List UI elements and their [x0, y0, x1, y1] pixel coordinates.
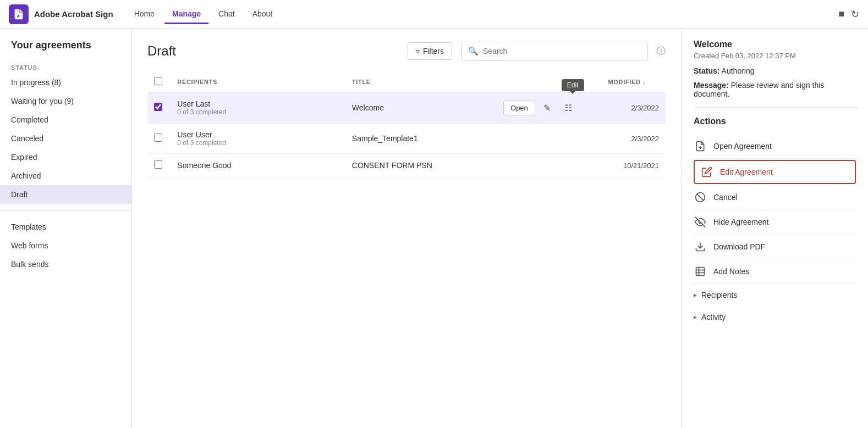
col-header-check [147, 71, 171, 92]
sidebar-item-canceled[interactable]: Canceled [0, 129, 131, 148]
search-input[interactable] [483, 47, 641, 55]
row-title-cell: Sample_Template1 [345, 124, 497, 154]
row-actions: Open Edit ✎ ☷ [503, 99, 595, 116]
sidebar-item-expired[interactable]: Expired [0, 148, 131, 166]
sidebar-item-templates[interactable]: Templates [0, 218, 131, 236]
row-modified-cell: 10/21/2021 [602, 154, 666, 177]
row-title: Welcome [352, 103, 384, 112]
action-label-hide: Hide Agreement [713, 218, 768, 226]
notes-icon [694, 265, 707, 278]
edit-icon-button[interactable]: ✎ [539, 99, 556, 116]
main-content: Draft ▿ Filters 🔍 ⓘ Recipients Title [132, 29, 681, 428]
search-icon: 🔍 [468, 46, 479, 56]
chevron-icon: ▸ [694, 313, 697, 321]
top-nav: Adobe Acrobat Sign Home Manage Chat Abou… [0, 0, 868, 29]
row-actions-cell: Open Edit ✎ ☷ [497, 92, 602, 124]
recipient-sub: 0 of 3 completed [177, 139, 339, 147]
row-title-cell: Welcome [345, 92, 497, 124]
app-brand: Adobe Acrobat Sign [34, 9, 113, 19]
action-label-notes: Add Notes [713, 267, 749, 276]
nav-chat[interactable]: Chat [211, 5, 243, 24]
sidebar: Your agreements STATUS In progress (8) W… [0, 29, 132, 428]
main-header: Draft ▿ Filters 🔍 ⓘ [147, 42, 666, 60]
right-panel: Welcome Created Feb 03, 2022 12:37 PM St… [681, 29, 868, 428]
collapsible-recipients[interactable]: ▸ Recipients [694, 284, 856, 306]
col-header-modified: Modified ↓ [602, 71, 666, 92]
sidebar-item-draft[interactable]: Draft [0, 185, 131, 204]
nav-logo: Adobe Acrobat Sign [9, 4, 113, 24]
row-title: CONSENT FORM PSN [352, 161, 432, 170]
action-item-hide-agreement[interactable]: Hide Agreement [694, 210, 856, 235]
sidebar-item-web-forms[interactable]: Web forms [0, 236, 131, 255]
row-modified-cell: 2/3/2022 [602, 124, 666, 154]
adobe-icon [13, 8, 25, 20]
edit-agreement-icon [700, 165, 713, 179]
row-title: Sample_Template1 [352, 134, 418, 143]
action-item-add-notes[interactable]: Add Notes [694, 259, 856, 284]
recipient-name: User User [177, 130, 339, 139]
action-item-edit-agreement[interactable]: Edit Agreement [694, 160, 856, 184]
cancel-icon [694, 191, 707, 204]
action-item-open-agreement[interactable]: Open Agreement [694, 134, 856, 159]
open-button[interactable]: Open [503, 101, 535, 115]
row-modified: 10/21/2021 [623, 162, 659, 170]
row-recipients-cell: User Last 0 of 3 completed [171, 92, 345, 124]
hide-icon [694, 215, 707, 229]
panel-divider [694, 107, 856, 108]
agreements-table: Recipients Title Modified ↓ User Last 0 … [147, 71, 666, 177]
row-recipients-cell: Someone Good [171, 154, 345, 177]
sidebar-item-waiting[interactable]: Waiting for you (9) [0, 92, 131, 110]
panel-actions-title: Actions [694, 116, 856, 126]
row-checkbox[interactable] [154, 160, 162, 169]
action-item-download-pdf[interactable]: Download PDF [694, 235, 856, 259]
select-all-checkbox[interactable] [154, 77, 162, 85]
panel-date: Created Feb 03, 2022 12:37 PM [694, 52, 856, 60]
help-icon[interactable]: ■ [838, 8, 844, 20]
panel-message-row: Message: Please review and sign this doc… [694, 81, 856, 98]
refresh-icon[interactable]: ↻ [851, 8, 859, 20]
panel-title: Welcome [694, 40, 856, 49]
svg-line-3 [697, 194, 704, 201]
row-actions-cell [497, 154, 602, 177]
row-checkbox[interactable] [154, 103, 162, 111]
notes-icon-button[interactable]: ☷ [559, 99, 577, 116]
collapsible-recipients-label: Recipients [701, 291, 737, 299]
row-checkbox[interactable] [154, 134, 162, 142]
filters-button[interactable]: ▿ Filters [408, 42, 452, 60]
main-title: Draft [147, 43, 399, 59]
row-check-cell [147, 154, 171, 177]
svg-rect-6 [696, 268, 705, 276]
nav-manage[interactable]: Manage [164, 5, 208, 24]
collapsible-activity-label: Activity [701, 313, 726, 321]
info-icon[interactable]: ⓘ [657, 46, 666, 57]
recipient-sub: 0 of 3 completed [177, 108, 339, 116]
table-row: User Last 0 of 3 completed Welcome Open … [147, 92, 666, 124]
row-modified: 2/3/2022 [631, 135, 659, 143]
action-label-download: Download PDF [713, 242, 765, 251]
filters-label: Filters [423, 47, 444, 55]
col-header-title: Title [345, 71, 497, 92]
panel-status-value: Authoring [722, 66, 755, 75]
sidebar-item-completed[interactable]: Completed [0, 110, 131, 129]
sidebar-item-in-progress[interactable]: In progress (8) [0, 73, 131, 92]
panel-status-label: Status: [694, 66, 719, 75]
download-icon [694, 240, 707, 253]
action-label-open: Open Agreement [713, 142, 772, 151]
nav-about[interactable]: About [245, 5, 281, 24]
panel-message-label: Message: [694, 81, 729, 90]
row-check-cell [147, 124, 171, 154]
action-label-edit: Edit Agreement [720, 168, 773, 176]
nav-home[interactable]: Home [127, 5, 162, 24]
collapsible-activity[interactable]: ▸ Activity [694, 306, 856, 328]
table-row: Someone Good CONSENT FORM PSN 10/21/2021 [147, 154, 666, 177]
nav-links: Home Manage Chat About [127, 5, 281, 24]
nav-right: ■ ↻ [838, 8, 859, 20]
action-label-cancel: Cancel [713, 193, 738, 202]
row-check-cell [147, 92, 171, 124]
col-header-actions [497, 71, 602, 92]
sidebar-item-bulk-sends[interactable]: Bulk sends [0, 255, 131, 274]
action-item-cancel[interactable]: Cancel [694, 185, 856, 210]
sidebar-divider [0, 210, 131, 211]
row-modified-cell: 2/3/2022 [602, 92, 666, 124]
sidebar-item-archived[interactable]: Archived [0, 166, 131, 185]
